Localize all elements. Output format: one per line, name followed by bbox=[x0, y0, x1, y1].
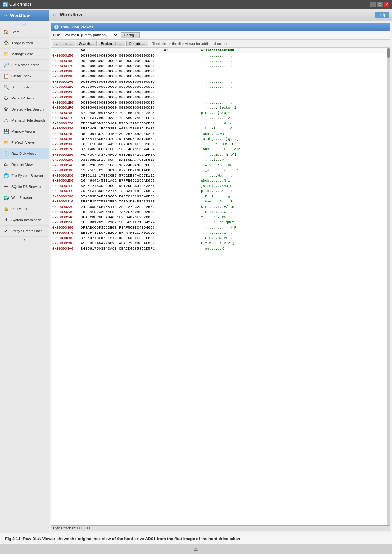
hex-row-bytes: CFED181417EEC0B7 5762DB87ADD7D112 bbox=[81, 173, 201, 178]
hex-row-addr: 0x000002C0 bbox=[52, 173, 81, 178]
hex-row-addr: 0x000001E0 bbox=[52, 100, 81, 105]
table-row: 0x00000280F6AF0C7AC3F6AF6D 6815E574296AF… bbox=[52, 152, 385, 158]
sidebar-item-prefetch-viewer[interactable]: 📂 Prefetch Viewer bbox=[0, 137, 49, 148]
sidebar-item-start[interactable]: 🏠 Start bbox=[0, 27, 49, 38]
table-row: 0x00000330E50C4FD23A964EDE 7A62C740BE9DA… bbox=[52, 209, 385, 215]
table-row: 0x000001F00000000300000000 0000000000000… bbox=[52, 105, 385, 111]
table-row: 0x00000290D317DBBEF18F69FF DA159DA77952F… bbox=[52, 157, 385, 163]
title-bar-controls: — □ ✕ bbox=[370, 2, 389, 7]
sidebar-item-system-information[interactable]: ℹ System Information bbox=[0, 214, 49, 226]
sidebar-item-search-index[interactable]: 🔍 Search Index bbox=[0, 82, 49, 93]
hex-row-ascii: ................ bbox=[201, 95, 385, 100]
sidebar-item-create-index[interactable]: 📋 Create Index bbox=[0, 71, 49, 82]
table-row: 0x00000230BFBA4CB41E6952FB A0FA17E683C4D… bbox=[52, 126, 385, 131]
sidebar-item-verify-hash[interactable]: ✔ Verify / Create Hash bbox=[0, 226, 49, 237]
sidebar-item-deleted-files[interactable]: 🗑 Deleted Files Search bbox=[0, 104, 49, 115]
hex-row-addr: 0x00000380 bbox=[52, 236, 81, 241]
help-button[interactable]: Help bbox=[375, 12, 389, 18]
hex-row-bytes: 11E25F5EC1FESG13 B77FCD2F0E14CD67 bbox=[81, 168, 201, 173]
hex-row-ascii: ..L..iR.......9 bbox=[201, 126, 385, 131]
disk-select[interactable]: Volume K: [Empty partition] bbox=[62, 32, 118, 38]
hex-row-ascii: ..E.G.F.B..P>.. bbox=[201, 236, 385, 241]
sidebar-item-file-system-browser[interactable]: 🌐 File System Browser bbox=[0, 170, 49, 181]
hex-row-bytes: 0000000300000000 0000000000000000 bbox=[81, 90, 201, 95]
hex-row-bytes: B6CE304B67E49150 2CF257388AD40AF5 bbox=[81, 131, 201, 137]
hex-row-ascii: j5rF0)....443:e bbox=[201, 184, 385, 189]
sidebar-item-sqlite-db-browser[interactable]: 🗃 SQLite DB Browser bbox=[0, 181, 49, 192]
table-row: 0x000002A08DED23F332B81E63 36924B0A38CCF… bbox=[52, 163, 385, 168]
table-row: 0x000002F070F5FA48BC062745 184334DE82B70… bbox=[52, 189, 385, 194]
hex-row-ascii: ..#.2...c6...K8. bbox=[201, 163, 385, 168]
sidebar-collapse-arrow[interactable]: ◀ bbox=[0, 22, 49, 27]
hex-row-bytes: 3F4ECDEC0E3AD40 1E2D3AD73E2B200F bbox=[81, 215, 201, 220]
table-row: 0x00000270D7614B68FFDAEF8F 1BBF46A31FD9A… bbox=[52, 147, 385, 152]
hex-row-addr: 0x00000280 bbox=[52, 152, 81, 158]
hex-row-bytes: BFBA4CB41E6952FB A0FA17E683C4DA39 bbox=[81, 126, 201, 131]
hex-row-bytes: D317DBBEF18F69FF DA159DA77952F518 bbox=[81, 157, 201, 163]
scroll-thumb[interactable] bbox=[387, 48, 390, 58]
hex-row-bytes: 8F55A44A6867D2CC D21A5D51BA12066 7 bbox=[81, 136, 201, 142]
hex-row-bytes: 0000000300000000 0000000000000000 bbox=[81, 100, 201, 105]
close-button[interactable]: ✕ bbox=[384, 2, 389, 7]
hex-row-addr: 0x00000190 bbox=[52, 74, 81, 79]
hex-view[interactable]: 00 01 0123456789ABCDEF 0x000001500000000… bbox=[51, 48, 387, 525]
table-row: 0x000002105484FA17D5E8DA39 7FAA6932ACA1E… bbox=[52, 116, 385, 121]
hex-row-addr: 0x00000340 bbox=[52, 215, 81, 220]
hex-row-ascii: ......!..ee.q=Bt bbox=[201, 220, 385, 225]
hex-row-ascii: T......9.....2.. bbox=[201, 116, 385, 121]
config-button[interactable]: Config... bbox=[121, 32, 140, 38]
hex-row-addr: 0x00000370 bbox=[52, 230, 81, 236]
minimize-button[interactable]: — bbox=[370, 2, 376, 7]
sidebar-item-triage-wizard[interactable]: 🧙 Triage Wizard bbox=[0, 38, 49, 49]
hex-row-ascii: ................ bbox=[201, 53, 385, 58]
hex-row-addr: 0x00000230 bbox=[52, 126, 81, 131]
hex-ascii-header: 0123456789ABCDEF bbox=[201, 49, 385, 52]
recent-activity-icon: ⏱ bbox=[3, 95, 9, 102]
prefetch-viewer-icon: 📂 bbox=[3, 139, 9, 146]
table-row: 0x000002D02644644245111A92 B77FB49225CAD… bbox=[52, 178, 385, 184]
hex-row-bytes: E50C4FD23A964EDE 7A62C740BE9DA503 bbox=[81, 209, 201, 215]
hex-row-ascii: ................ bbox=[201, 58, 385, 64]
hex-row-bytes: 9F0ABCC6F3D63E0B F3AF5C0BC4ED46C6 bbox=[81, 225, 201, 231]
sidebar-item-manage-case[interactable]: 📁 Manage Case bbox=[0, 49, 49, 60]
panel-title-bar: 💿 Raw Disk Viewer bbox=[51, 23, 390, 31]
sidebar-bottom-arrow[interactable]: ▼ bbox=[0, 237, 49, 243]
hex-row-bytes: B4ED617503B43A93 CEACD4C85892D5F1 bbox=[81, 246, 201, 251]
hex-row-bytes: F6F3F1E0DL384A5C F07069C8E5E316C8 bbox=[81, 142, 201, 147]
sidebar-item-web-browser[interactable]: 🌍 Web Browser bbox=[0, 192, 49, 203]
table-row: 0x000001700000000300000000 0000000000000… bbox=[52, 63, 385, 69]
hex-row-addr: 0x00000310 bbox=[52, 199, 81, 204]
sidebar-item-registry-viewer-label: Registry Viewer bbox=[11, 163, 36, 166]
hex-row-ascii: .7.7.....J.1... bbox=[201, 230, 385, 236]
sidebar-item-memory-viewer[interactable]: 💾 Memory Viewer bbox=[0, 126, 49, 137]
sidebar-item-registry-viewer[interactable]: 🗂 Registry Viewer bbox=[0, 159, 49, 170]
table-row: 0x0000038087C4D743ED46E242 DE6E503EEF3FE… bbox=[52, 236, 385, 241]
hex-row-addr: 0x000002E0 bbox=[52, 184, 81, 189]
hex-row-ascii: &Ddb.......%.i bbox=[201, 178, 385, 184]
hex-row-addr: 0x000001C0 bbox=[52, 90, 81, 95]
disk-label: Disk bbox=[53, 33, 60, 37]
hex-row-ascii: ................ bbox=[201, 79, 385, 85]
sidebar-item-mismatch[interactable]: ⚠ Mismatch File Search bbox=[0, 115, 49, 126]
main-content: ↔ Workflow Help 💿 Raw Disk Viewer Disk V… bbox=[49, 9, 392, 533]
hex-row-bytes: EB85F737E0F5E2CD BF4A7F31CAF01CDD bbox=[81, 230, 201, 236]
bookmarks-button[interactable]: Bookmarks ... bbox=[98, 41, 125, 46]
sidebar-item-raw-disk-viewer[interactable]: 💿 Raw Disk Viewer bbox=[0, 148, 49, 159]
sidebar-item-passwords[interactable]: 🔒 Passwords bbox=[0, 203, 49, 214]
restore-button[interactable]: □ bbox=[377, 2, 383, 7]
scrollbar[interactable] bbox=[387, 48, 390, 525]
hex-row-bytes: 0000000300000000 0000000000000000 bbox=[81, 74, 201, 79]
table-row: 0x00000320243B65E4CB75A414 2B9FA7232F9FA… bbox=[52, 204, 385, 210]
hex-row-ascii: $;e..u..+..#/..c bbox=[201, 204, 385, 210]
hex-row-addr: 0x00000150 bbox=[52, 53, 81, 58]
search-button[interactable]: Search ... bbox=[76, 41, 97, 46]
jump-to-button[interactable]: Jump to ... bbox=[53, 41, 75, 46]
decode-button[interactable]: Decode ... bbox=[126, 41, 148, 46]
sidebar-item-recent-activity[interactable]: ⏱ Recent Activity bbox=[0, 93, 49, 104]
hex-row-ascii: ................ bbox=[201, 63, 385, 69]
table-row: 0x00000240B6CE304B67E49150 2CF257388AD40… bbox=[52, 131, 385, 137]
hex-row-ascii: ................ bbox=[201, 84, 385, 90]
table-row: 0x00000310BF05F25775782EF9 76391D04BFA33… bbox=[52, 199, 385, 204]
hex-row-bytes: 6A357246302990CF D912DEBB34343A65 bbox=[81, 184, 201, 189]
sidebar-item-file-name-search[interactable]: 🔎 File Name Search bbox=[0, 60, 49, 71]
